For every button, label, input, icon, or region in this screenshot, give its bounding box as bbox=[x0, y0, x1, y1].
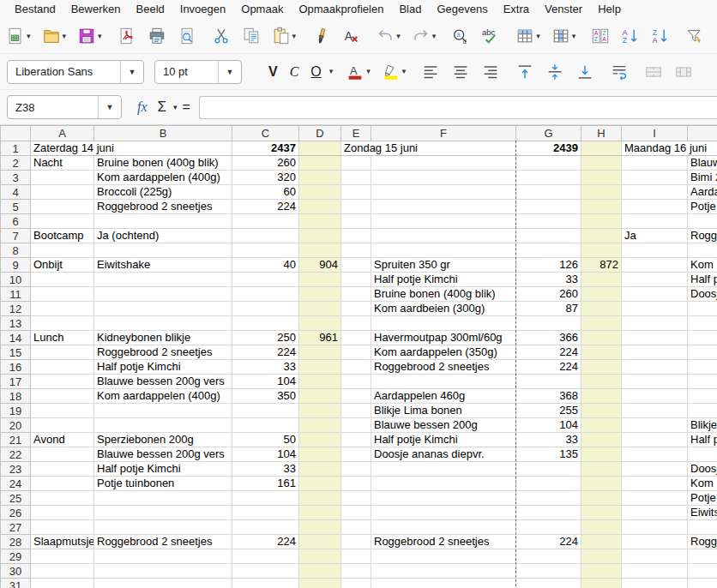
cell-I9[interactable] bbox=[622, 258, 688, 273]
cell-A28[interactable]: Slaapmutsje bbox=[31, 535, 94, 549]
cell-B9[interactable]: Eiwitshake bbox=[94, 258, 232, 273]
cell-F7[interactable] bbox=[371, 229, 516, 243]
cell-D15[interactable] bbox=[299, 345, 341, 360]
cell-H28[interactable] bbox=[581, 535, 622, 549]
row-header-28[interactable]: 28 bbox=[1, 535, 31, 549]
cell-E2[interactable] bbox=[341, 156, 371, 171]
highlight-color-button[interactable]: ▾ bbox=[379, 58, 409, 86]
cell-B17[interactable]: Blauwe bessen 200g vers bbox=[94, 375, 232, 389]
cell-B23[interactable]: Half potje Kimchi bbox=[94, 462, 232, 477]
cell-I2[interactable] bbox=[622, 156, 688, 171]
cell-E7[interactable] bbox=[341, 229, 371, 243]
cell-C28[interactable]: 224 bbox=[232, 535, 299, 549]
cell-D14[interactable]: 961 bbox=[299, 331, 341, 345]
cell-H30[interactable] bbox=[581, 564, 622, 579]
cell-D26[interactable] bbox=[299, 506, 341, 520]
cell-C20[interactable] bbox=[232, 418, 299, 433]
cell-E9[interactable] bbox=[341, 258, 371, 273]
cell-G26[interactable] bbox=[516, 506, 581, 520]
cell-F3[interactable] bbox=[371, 171, 516, 185]
cell-A20[interactable] bbox=[31, 418, 94, 433]
row-header-26[interactable]: 26 bbox=[1, 506, 31, 520]
chevron-down-icon[interactable]: ▾ bbox=[432, 33, 437, 40]
row-header-13[interactable]: 13 bbox=[1, 316, 31, 331]
cell-C9[interactable]: 40 bbox=[232, 258, 299, 273]
cell-E1[interactable]: Zondag 15 juni bbox=[341, 141, 516, 156]
column-header-B[interactable]: B bbox=[94, 126, 232, 141]
cell-I8[interactable] bbox=[622, 243, 688, 258]
cell-A3[interactable] bbox=[31, 171, 94, 185]
cell-D12[interactable] bbox=[299, 302, 341, 316]
menu-bewerken[interactable]: Bewerken bbox=[63, 0, 129, 19]
cell-E10[interactable] bbox=[341, 273, 371, 287]
cell-I24[interactable] bbox=[622, 477, 688, 491]
cell-B29[interactable] bbox=[94, 549, 232, 564]
column-header-F[interactable]: F bbox=[371, 126, 516, 141]
cell-B15[interactable]: Roggebrood 2 sneetjes bbox=[94, 345, 232, 360]
cell-A17[interactable] bbox=[31, 375, 94, 389]
cell-I5[interactable] bbox=[622, 200, 688, 214]
font-size-combobox[interactable]: 10 pt ▼ bbox=[154, 60, 242, 84]
cell-D23[interactable] bbox=[299, 462, 341, 477]
insert-row-button[interactable]: ▾ bbox=[513, 22, 543, 50]
cell-C2[interactable]: 260 bbox=[232, 156, 299, 171]
cell-B2[interactable]: Bruine bonen (400g blik) bbox=[94, 156, 232, 171]
cell-G9[interactable]: 126 bbox=[516, 258, 581, 273]
chevron-down-icon[interactable]: ▾ bbox=[366, 68, 371, 75]
align-bottom-button[interactable] bbox=[573, 58, 597, 86]
cell-G12[interactable]: 87 bbox=[516, 302, 581, 316]
cell-C8[interactable] bbox=[232, 243, 299, 258]
row-header-8[interactable]: 8 bbox=[1, 243, 31, 258]
cell-J17[interactable] bbox=[688, 375, 717, 389]
menu-gegevens[interactable]: Gegevens bbox=[429, 0, 495, 19]
cell-G1[interactable]: 2439 bbox=[516, 141, 581, 156]
merge-cells-button[interactable] bbox=[642, 58, 666, 86]
new-document-button[interactable]: ▾ bbox=[3, 22, 33, 50]
cell-A14[interactable]: Lunch bbox=[31, 331, 94, 345]
chevron-down-icon[interactable]: ▾ bbox=[63, 33, 67, 40]
print-preview-button[interactable] bbox=[175, 22, 199, 50]
cell-J2[interactable]: Blauw bbox=[688, 156, 717, 171]
cell-J5[interactable]: Potje bbox=[688, 200, 717, 214]
cell-G14[interactable]: 366 bbox=[516, 331, 581, 345]
cell-B6[interactable] bbox=[94, 214, 232, 229]
cell-E25[interactable] bbox=[341, 491, 371, 506]
cell-H12[interactable] bbox=[581, 302, 622, 316]
cell-F17[interactable] bbox=[371, 375, 516, 389]
cell-F27[interactable] bbox=[371, 520, 516, 535]
cell-D5[interactable] bbox=[299, 200, 341, 214]
cell-D29[interactable] bbox=[299, 549, 341, 564]
align-right-button[interactable] bbox=[479, 58, 503, 86]
cell-H10[interactable] bbox=[581, 273, 622, 287]
cell-A4[interactable] bbox=[31, 185, 94, 200]
cell-G8[interactable] bbox=[516, 243, 581, 258]
cell-D19[interactable] bbox=[299, 404, 341, 418]
cell-F20[interactable]: Blauwe bessen 200g bbox=[371, 418, 516, 433]
cell-J27[interactable] bbox=[688, 520, 717, 535]
cell-J15[interactable] bbox=[688, 345, 717, 360]
menu-blad[interactable]: Blad bbox=[391, 0, 429, 19]
cell-G19[interactable]: 255 bbox=[516, 404, 581, 418]
cell-I4[interactable] bbox=[622, 185, 688, 200]
column-header-E[interactable]: E bbox=[341, 126, 371, 141]
cell-H15[interactable] bbox=[581, 345, 622, 360]
cell-C16[interactable]: 33 bbox=[232, 360, 299, 375]
insert-column-button[interactable]: ▾ bbox=[549, 22, 579, 50]
cell-G27[interactable] bbox=[516, 520, 581, 535]
cell-B24[interactable]: Potje tuinbonen bbox=[94, 477, 232, 491]
cell-A22[interactable] bbox=[31, 447, 94, 462]
cell-F23[interactable] bbox=[371, 462, 516, 477]
cell-A26[interactable] bbox=[31, 506, 94, 520]
open-button[interactable]: ▾ bbox=[39, 22, 69, 50]
cell-A13[interactable] bbox=[31, 316, 94, 331]
cell-C21[interactable]: 50 bbox=[232, 433, 299, 447]
save-button[interactable]: ▾ bbox=[75, 22, 105, 50]
cell-F6[interactable] bbox=[371, 214, 516, 229]
cell-F16[interactable]: Roggebrood 2 sneetjes bbox=[371, 360, 516, 375]
cell-C5[interactable]: 224 bbox=[232, 200, 299, 214]
menu-beeld[interactable]: Beeld bbox=[129, 0, 172, 19]
cell-C1[interactable]: 2437 bbox=[232, 141, 299, 156]
formula-button[interactable]: = bbox=[178, 95, 196, 119]
cell-J29[interactable] bbox=[688, 549, 717, 564]
cell-A19[interactable] bbox=[31, 404, 94, 418]
